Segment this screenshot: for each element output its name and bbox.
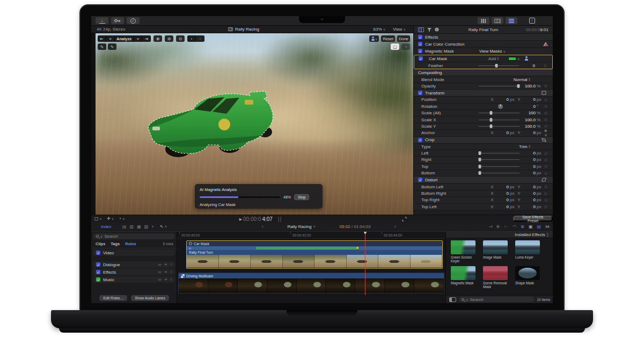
step-back-button[interactable]: « [106,35,115,42]
reset-button[interactable]: Reset [381,35,395,42]
tab-tags[interactable]: Tags [111,241,120,246]
keyframe-icon[interactable]: ◇ [543,117,548,122]
car-mask-clip-titlebar[interactable]: Car Mask [187,241,442,246]
roles-search-input[interactable]: ∨ Search [93,233,175,239]
effect-item-magnetic-mask[interactable]: Magnetic Mask [449,266,477,289]
param-slider[interactable] [479,83,519,89]
param-value[interactable]: 0 [522,164,536,169]
next-mask-button[interactable]: › [196,35,204,42]
param-slider[interactable] [479,123,519,129]
checkbox-checked[interactable]: ✓ [418,42,422,46]
analyze-button[interactable]: Analyze [115,35,134,42]
background-tasks-button[interactable]: ✓ [127,17,140,24]
checkbox-checked[interactable]: ✓ [418,91,422,95]
checkbox-checked[interactable]: ✓ [418,35,422,39]
param-value[interactable]: 100.0 [522,84,536,89]
param-popup[interactable]: Normal∧∨ [514,77,530,82]
previous-timeline-button[interactable]: ‹ [262,224,264,229]
clip-appearance-icon-2[interactable]: ▦ [137,224,141,229]
transitions-browser-icon[interactable]: ⋈ [545,224,550,229]
param-value[interactable]: 0 [522,171,536,175]
section-icon[interactable] [541,91,546,95]
param-value[interactable]: 0 [522,104,536,109]
subtract-stroke-button[interactable]: ⊖ [165,35,173,42]
skip-end-button[interactable]: ⇥ [142,35,151,42]
effects-search-input[interactable]: ∨ Search [459,297,534,302]
slider-thumb[interactable] [489,118,492,122]
clip-appearance-icon-1[interactable]: ▥ [130,224,134,229]
keyframe-icon[interactable]: ◇ [543,204,548,209]
solo-icon[interactable]: ○ [170,277,172,282]
param-value[interactable]: 100.0 [522,117,536,122]
param-x-value[interactable]: 0 [495,97,509,102]
param-row-top[interactable]: Top0px◇ [414,164,553,170]
tab-roles[interactable]: Roles [125,241,136,246]
param-slider[interactable] [479,164,519,169]
role-checkbox[interactable]: ✓ [96,262,100,267]
keyframe-icon[interactable]: ◇ [543,63,548,68]
clip-filmstrip[interactable] [187,255,442,268]
mask-color-control[interactable]: ∨ [508,57,519,61]
save-effects-preset-button[interactable]: Save Effects Preset [513,216,553,222]
param-row-bottom[interactable]: Bottom0px◇ [414,170,553,177]
refine-stroke-icon[interactable]: ✎ [108,43,116,50]
param-value[interactable]: 0 [522,157,536,162]
param-x-value[interactable]: 0 [495,185,509,189]
keyframe-icon[interactable]: ◇ [543,111,548,115]
feather-row[interactable]: Feather 0 ◇ [414,62,552,69]
keyframe-icon[interactable]: ◇ [543,185,548,189]
keyframe-icon[interactable]: ◇ [543,158,548,162]
clip-menu-button[interactable]: ▢∨ [94,216,102,221]
multicam-clip-titlebar[interactable]: Driving Multicam [179,273,444,278]
focus-icon[interactable]: ≍ [164,270,167,274]
section-icon[interactable] [541,178,546,182]
tab-clips[interactable]: Clips [96,241,105,246]
effect-item-image-mask[interactable]: Image Mask [481,240,509,263]
filmstrip-view-button[interactable] [492,17,503,24]
param-row-left[interactable]: Left0px◇ [414,150,553,157]
feather-slider[interactable] [478,63,519,68]
trim-end-icon[interactable]: ⊢ [504,224,508,229]
param-row-right[interactable]: Right0px◇ [414,157,553,163]
car-mask-row[interactable]: ✓ Car Mask Add∧∨ ∨ [414,55,552,62]
next-timeline-button[interactable]: › [394,224,396,229]
clip-appearance-icon-3[interactable]: ▧ [144,224,149,229]
param-x-value[interactable]: 0 [495,191,509,196]
param-slider[interactable] [479,151,519,156]
keywords-button[interactable] [111,17,124,24]
focus-icon[interactable]: ≍ [164,277,167,282]
param-row-bottom-right[interactable]: Bottom RightX0pxY0px◇ [414,190,553,197]
param-x-value[interactable]: 0 [495,197,509,202]
effects-category-popup[interactable]: Installed Effects ∧∨ [446,232,553,238]
section-header-transform[interactable]: ✓Transform [414,90,553,97]
effect-item-scene-removal-mask[interactable]: Scene Removal Mask [481,266,509,289]
slider-thumb[interactable] [517,84,519,88]
param-slider[interactable] [479,157,519,163]
car-color-correction-row[interactable]: ✓ Car Color Correction [414,41,553,48]
color-board-icon[interactable] [543,42,548,46]
param-row-scale-y[interactable]: Scale Y100.0%◇ [414,123,553,130]
checkbox-checked[interactable]: ✓ [418,49,422,53]
draw-stroke-icon[interactable]: ✎ [98,43,106,50]
viewer-zoom-menu[interactable]: 63% ∨ [374,27,386,32]
filter-icon[interactable] [427,27,431,32]
view-masks-popup[interactable]: View Masks ∨ [479,49,506,54]
tools-menu-button[interactable]: ✛∨ [107,216,114,221]
focus-icon[interactable]: ≍ [164,262,167,267]
keyframe-icon[interactable]: ◇ [543,124,548,128]
param-row-scale-x[interactable]: Scale X100.0%◇ [414,116,553,123]
timeline-project-menu[interactable]: Rally Racing∨ [287,224,315,229]
index-button[interactable]: Index [101,224,112,229]
video-inspector-icon[interactable] [418,27,424,32]
lane-icon[interactable]: ▭ [158,277,162,282]
section-header-distort[interactable]: ✓Distort [414,177,553,183]
param-row-top-right[interactable]: Top RightX0pxY0px◇ [414,197,553,203]
done-button[interactable]: Done [397,35,410,42]
viewer-view-menu[interactable]: View ∨ [393,27,406,32]
share-button[interactable]: ↑ [526,17,538,24]
role-checkbox[interactable]: ✓ [96,251,100,255]
skip-start-button[interactable]: ⇤ [98,35,106,42]
param-row-position[interactable]: PositionX0pxY0px◇ [414,97,553,103]
slider-thumb[interactable] [479,171,481,175]
keyframe-icon[interactable]: ◇ [543,84,548,88]
